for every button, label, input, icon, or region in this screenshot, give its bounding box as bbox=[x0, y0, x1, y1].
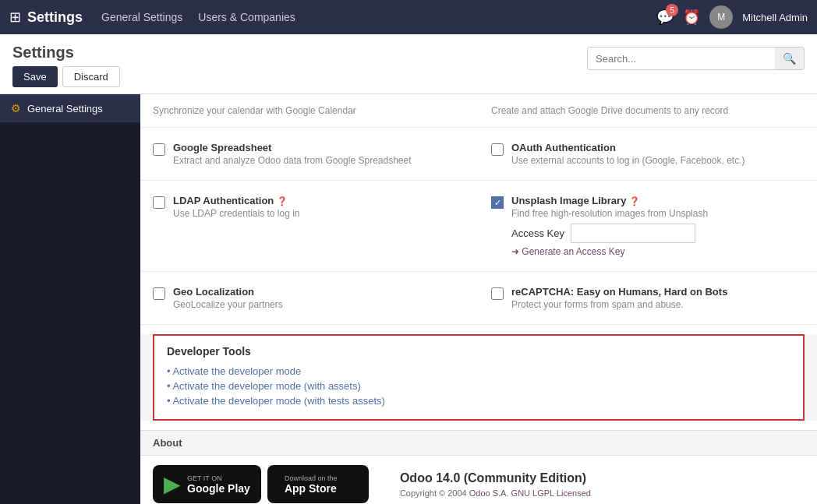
ldap-setting: LDAP Authentication ❓ Use LDAP credentia… bbox=[153, 187, 466, 227]
sidebar-item-general-settings[interactable]: ⚙ General Settings bbox=[0, 94, 140, 122]
grid-icon[interactable]: ⊞ bbox=[9, 9, 21, 26]
google-play-icon: ▶ bbox=[164, 471, 181, 497]
topnav-links: General Settings Users & Companies bbox=[101, 11, 656, 23]
developer-tools-box: Developer Tools Activate the developer m… bbox=[153, 334, 805, 421]
google-play-main: Google Play bbox=[187, 482, 250, 495]
unsplash-desc: Find free high-resolution images from Un… bbox=[511, 208, 708, 219]
sidebar: ⚙ General Settings bbox=[0, 94, 140, 504]
access-key-input[interactable] bbox=[571, 224, 695, 243]
topnav: ⊞ Settings General Settings Users & Comp… bbox=[0, 0, 817, 34]
app-store-text: Download on the App Store bbox=[285, 474, 338, 495]
recaptcha-info: reCAPTCHA: Easy on Humans, Hard on Bots … bbox=[511, 286, 727, 310]
spreadsheet-setting: Google Spreadsheet Extract and analyze O… bbox=[153, 134, 466, 174]
spreadsheet-checkbox[interactable] bbox=[153, 143, 165, 156]
odoo-sa-link[interactable]: Odoo S.A. bbox=[469, 488, 509, 498]
access-key-label: Access Key bbox=[511, 227, 564, 239]
recaptcha-label: reCAPTCHA: Easy on Humans, Hard on Bots bbox=[511, 286, 727, 298]
access-key-row: Access Key bbox=[511, 224, 708, 243]
ldap-info: LDAP Authentication ❓ Use LDAP credentia… bbox=[173, 195, 300, 219]
google-play-top: GET IT ON bbox=[187, 474, 250, 482]
calendar-sync-desc-col: Synchronize your calendar with Google Ca… bbox=[140, 94, 479, 127]
unsplash-setting: ✓ Unsplash Image Library ❓ Find free hig… bbox=[491, 187, 805, 265]
app-store-main: App Store bbox=[285, 482, 338, 495]
topnav-right: 💬 5 ⏰ M Mitchell Admin bbox=[656, 5, 808, 29]
search-button[interactable]: 🔍 bbox=[775, 48, 804, 69]
oauth-col: OAuth Authentication Use external accoun… bbox=[479, 128, 817, 180]
app-store-top: Download on the bbox=[285, 474, 338, 482]
clock-icon[interactable]: ⏰ bbox=[683, 9, 700, 26]
ldap-col: LDAP Authentication ❓ Use LDAP credentia… bbox=[140, 181, 479, 271]
settings-row-1: Google Spreadsheet Extract and analyze O… bbox=[140, 128, 817, 181]
about-section: ▶ GET IT ON Google Play Download on the … bbox=[140, 456, 817, 504]
discard-button[interactable]: Discard bbox=[62, 66, 120, 87]
settings-row-3: Geo Localization GeoLocalize your partne… bbox=[140, 272, 817, 325]
ldap-label: LDAP Authentication ❓ bbox=[173, 195, 300, 206]
oauth-info: OAuth Authentication Use external accoun… bbox=[511, 142, 745, 166]
avatar[interactable]: M bbox=[709, 5, 733, 29]
spreadsheet-col: Google Spreadsheet Extract and analyze O… bbox=[140, 128, 479, 180]
dev-mode-link-2[interactable]: Activate the developer mode (with assets… bbox=[167, 380, 790, 392]
geo-info: Geo Localization GeoLocalize your partne… bbox=[173, 286, 283, 310]
developer-tools-title: Developer Tools bbox=[167, 345, 790, 358]
about-section-header: About bbox=[140, 430, 817, 456]
ldap-checkbox[interactable] bbox=[153, 196, 165, 209]
app-badges: ▶ GET IT ON Google Play Download on the … bbox=[153, 465, 369, 503]
topnav-logo: ⊞ Settings bbox=[9, 9, 83, 26]
lgpl-link[interactable]: GNU LGPL Licensed bbox=[511, 488, 591, 498]
message-badge: 5 bbox=[666, 4, 678, 16]
geo-label: Geo Localization bbox=[173, 286, 283, 298]
top-desc-row: Synchronize your calendar with Google Ca… bbox=[140, 94, 817, 128]
geo-checkbox[interactable] bbox=[153, 287, 165, 300]
spreadsheet-desc: Extract and analyze Odoo data from Googl… bbox=[173, 155, 412, 166]
about-info: Odoo 14.0 (Community Edition) Copyright … bbox=[400, 471, 591, 498]
user-label: Mitchell Admin bbox=[742, 12, 808, 23]
generate-access-key-link[interactable]: Generate an Access Key bbox=[511, 246, 708, 257]
recaptcha-col: reCAPTCHA: Easy on Humans, Hard on Bots … bbox=[479, 272, 817, 324]
spreadsheet-info: Google Spreadsheet Extract and analyze O… bbox=[173, 142, 412, 166]
content: Synchronize your calendar with Google Ca… bbox=[140, 94, 817, 504]
ldap-desc: Use LDAP credentials to log in bbox=[173, 208, 300, 219]
unsplash-col: ✓ Unsplash Image Library ❓ Find free hig… bbox=[479, 181, 817, 271]
dev-mode-link-3[interactable]: Activate the developer mode (with tests … bbox=[167, 395, 790, 407]
page-header-left: Settings Save Discard bbox=[12, 41, 120, 93]
page-title: Settings bbox=[12, 41, 120, 62]
developer-tools-bg: Developer Tools Activate the developer m… bbox=[140, 334, 817, 421]
oauth-checkbox[interactable] bbox=[491, 143, 504, 156]
nav-general-settings[interactable]: General Settings bbox=[101, 11, 182, 23]
google-play-text: GET IT ON Google Play bbox=[187, 474, 250, 495]
oauth-label: OAuth Authentication bbox=[511, 142, 745, 153]
unsplash-help-icon[interactable]: ❓ bbox=[629, 196, 640, 206]
page-header: Settings Save Discard 🔍 bbox=[0, 34, 817, 94]
gear-icon: ⚙ bbox=[11, 102, 21, 115]
save-button[interactable]: Save bbox=[12, 66, 58, 87]
unsplash-info: Unsplash Image Library ❓ Find free high-… bbox=[511, 195, 708, 257]
search-area: 🔍 bbox=[587, 47, 805, 70]
gdrive-desc: Create and attach Google Drive documents… bbox=[491, 100, 805, 121]
recaptcha-desc: Protect your forms from spam and abuse. bbox=[511, 299, 727, 310]
oauth-setting: OAuth Authentication Use external accoun… bbox=[491, 134, 805, 174]
google-play-badge[interactable]: ▶ GET IT ON Google Play bbox=[153, 465, 261, 503]
spreadsheet-label: Google Spreadsheet bbox=[173, 142, 412, 153]
unsplash-checkbox[interactable]: ✓ bbox=[491, 196, 504, 209]
oauth-desc: Use external accounts to log in (Google,… bbox=[511, 155, 745, 166]
message-icon[interactable]: 💬 5 bbox=[656, 9, 674, 26]
about-version: Odoo 14.0 (Community Edition) bbox=[400, 471, 591, 485]
geo-col: Geo Localization GeoLocalize your partne… bbox=[140, 272, 479, 324]
geo-desc: GeoLocalize your partners bbox=[173, 299, 283, 310]
ldap-help-icon[interactable]: ❓ bbox=[277, 196, 288, 206]
settings-row-2: LDAP Authentication ❓ Use LDAP credentia… bbox=[140, 181, 817, 272]
gdrive-desc-col: Create and attach Google Drive documents… bbox=[479, 94, 817, 127]
nav-users-companies[interactable]: Users & Companies bbox=[198, 11, 295, 23]
about-copyright: Copyright © 2004 Odoo S.A. GNU LGPL Lice… bbox=[400, 488, 591, 498]
dev-mode-link-1[interactable]: Activate the developer mode bbox=[167, 365, 790, 377]
unsplash-label: Unsplash Image Library ❓ bbox=[511, 195, 708, 206]
geo-setting: Geo Localization GeoLocalize your partne… bbox=[153, 278, 466, 318]
calendar-sync-desc: Synchronize your calendar with Google Ca… bbox=[153, 100, 466, 121]
main-layout: ⚙ General Settings Synchronize your cale… bbox=[0, 94, 817, 504]
app-store-badge[interactable]: Download on the App Store bbox=[267, 465, 369, 503]
recaptcha-setting: reCAPTCHA: Easy on Humans, Hard on Bots … bbox=[491, 278, 805, 318]
search-input[interactable] bbox=[588, 48, 775, 69]
sidebar-item-label: General Settings bbox=[27, 103, 103, 115]
recaptcha-checkbox[interactable] bbox=[491, 287, 504, 300]
page-actions: Save Discard bbox=[12, 66, 120, 93]
